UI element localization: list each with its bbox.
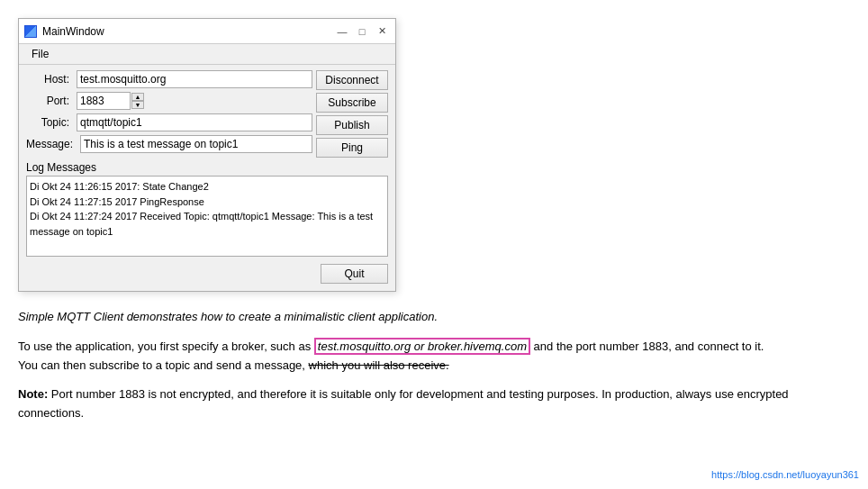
para1-line2-before: You can then subscribe to a topic and se…	[18, 358, 309, 372]
host-input[interactable]	[77, 70, 312, 88]
minimize-button[interactable]: —	[334, 25, 350, 38]
description-section: Simple MQTT Client demonstrates how to c…	[0, 292, 846, 443]
log-section: Log Messages Di Okt 24 11:26:15 2017: St…	[26, 161, 388, 257]
watermark-link[interactable]: https://blog.csdn.net/luoyayun361	[711, 469, 859, 480]
topic-input[interactable]	[77, 113, 312, 131]
window-title: MainWindow	[42, 25, 329, 38]
log-label: Log Messages	[26, 161, 388, 174]
main-window: MainWindow — □ ✕ File Host:	[18, 18, 396, 292]
subscribe-button[interactable]: Subscribe	[316, 93, 388, 113]
message-row: Message:	[26, 135, 312, 153]
usage-paragraph: To use the application, you first specif…	[18, 338, 828, 376]
button-column: Disconnect Subscribe Publish Ping	[316, 70, 388, 158]
maximize-button[interactable]: □	[354, 25, 370, 38]
note-paragraph: Note: Port number 1883 is not encrypted,…	[18, 385, 828, 423]
strikethrough-text: which you will also receive.	[309, 358, 449, 372]
port-spinners: ▲ ▼	[131, 93, 144, 109]
app-icon	[24, 25, 37, 38]
close-button[interactable]: ✕	[374, 25, 390, 38]
log-content: Di Okt 24 11:26:15 2017: State Change2 D…	[30, 179, 384, 239]
publish-button[interactable]: Publish	[316, 115, 388, 135]
port-input[interactable]	[77, 92, 131, 110]
para1-after: and the port number 1883, and connect to…	[530, 340, 764, 353]
quit-button[interactable]: Quit	[321, 264, 388, 284]
topic-row: Topic:	[26, 113, 312, 131]
menubar: File	[19, 44, 395, 65]
intro-text: Simple MQTT Client demonstrates how to c…	[18, 310, 438, 323]
port-label: Port:	[26, 95, 73, 107]
port-up-spinner[interactable]: ▲	[131, 93, 144, 101]
note-label: Note:	[18, 387, 48, 401]
window-content: Host: Port: ▲ ▼	[19, 65, 395, 291]
form-fields: Host: Port: ▲ ▼	[26, 70, 312, 158]
quit-row: Quit	[26, 264, 388, 284]
log-box[interactable]: Di Okt 24 11:26:15 2017: State Change2 D…	[26, 176, 388, 257]
titlebar: MainWindow — □ ✕	[19, 19, 395, 44]
port-down-spinner[interactable]: ▼	[131, 101, 144, 109]
port-row: Port: ▲ ▼	[26, 92, 312, 110]
topic-label: Topic:	[26, 116, 73, 129]
port-wrapper: ▲ ▼	[77, 92, 312, 110]
host-label: Host:	[26, 73, 73, 86]
para1-before: To use the application, you first specif…	[18, 340, 314, 353]
disconnect-button[interactable]: Disconnect	[316, 70, 388, 90]
intro-paragraph: Simple MQTT Client demonstrates how to c…	[18, 308, 828, 327]
host-row: Host:	[26, 70, 312, 88]
ping-button[interactable]: Ping	[316, 138, 388, 158]
broker-highlight: test.mosquitto.org or broker.hivemq.com	[314, 338, 530, 355]
message-label: Message:	[26, 138, 77, 150]
form-section: Host: Port: ▲ ▼	[26, 70, 388, 158]
window-controls: — □ ✕	[334, 25, 390, 38]
message-input[interactable]	[80, 135, 312, 153]
file-menu[interactable]: File	[24, 46, 56, 62]
note-text: Port number 1883 is not encrypted, and t…	[18, 387, 789, 420]
